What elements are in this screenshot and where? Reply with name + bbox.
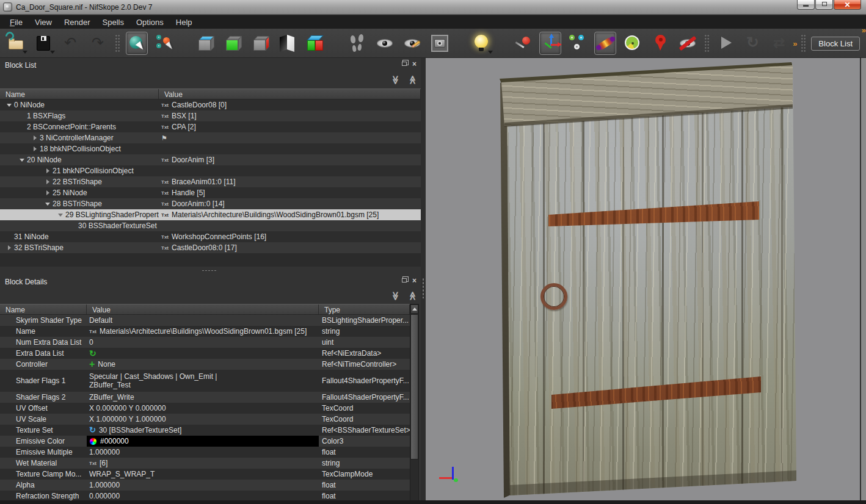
block-list-row[interactable]: 29 BSLightingShaderPropertyTxtMaterials\… bbox=[0, 209, 421, 220]
maximize-button[interactable] bbox=[815, 0, 833, 10]
block-list-toggle-button[interactable]: Block List bbox=[811, 37, 860, 51]
plane-twotone-button[interactable] bbox=[277, 32, 299, 55]
block-list-row[interactable]: 30 BSShaderTextureSet bbox=[0, 220, 421, 231]
block-list-row[interactable]: 1 BSXFlagsTxtBSX [1] bbox=[0, 110, 421, 121]
block-list-float-button[interactable] bbox=[400, 60, 408, 68]
block-list-row[interactable]: 2 BSConnectPoint::ParentsTxtCPA [2] bbox=[0, 121, 421, 132]
block-details-row[interactable]: Extra Data List↻Ref<NiExtraData> bbox=[0, 348, 410, 359]
expander-icon[interactable] bbox=[31, 135, 40, 141]
block-list-row[interactable]: 22 BSTriShapeTxtBraceAnim01:0 [11] bbox=[0, 176, 421, 187]
scroll-up-button[interactable] bbox=[410, 304, 418, 314]
block-details-row[interactable]: Skyrim Shader TypeDefaultBSLightingShade… bbox=[0, 315, 410, 326]
show-eye-button[interactable] bbox=[374, 32, 396, 55]
door-mesh[interactable] bbox=[426, 58, 860, 500]
block-list-row[interactable]: 25 NiNodeTxtHandle [5] bbox=[0, 187, 421, 198]
block-list-row[interactable]: 28 BSTriShapeTxtDoorAnim:0 [14] bbox=[0, 198, 421, 209]
toolbar-overflow-icon[interactable]: » bbox=[793, 39, 796, 48]
dock-viewport-splitter[interactable] bbox=[421, 58, 426, 500]
open-button[interactable] bbox=[5, 32, 27, 55]
column-header-name[interactable]: Name bbox=[0, 304, 87, 314]
column-header-value[interactable]: Value bbox=[159, 89, 421, 99]
column-header-name[interactable]: Name bbox=[0, 89, 159, 99]
screenshot-camera-button[interactable] bbox=[429, 32, 451, 55]
block-details-close-button[interactable]: × bbox=[410, 276, 418, 284]
detail-value[interactable]: X 0.000000 Y 0.000000 bbox=[87, 404, 319, 412]
expander-icon[interactable] bbox=[31, 146, 40, 152]
close-button[interactable]: ✕ bbox=[834, 0, 861, 10]
detail-value[interactable]: X 1.000000 Y 1.000000 bbox=[87, 415, 319, 423]
expander-icon[interactable] bbox=[5, 245, 14, 251]
block-details-row[interactable]: Texture Set↻30 [BSShaderTextureSet]Ref<B… bbox=[0, 425, 410, 436]
block-details-row[interactable]: Controller+NoneRef<NiTimeController> bbox=[0, 359, 410, 370]
cube-blue-button[interactable] bbox=[195, 32, 217, 55]
block-list-row[interactable]: 20 NiNodeTxtDoorAnim [3] bbox=[0, 154, 421, 165]
3d-viewport[interactable] bbox=[426, 58, 860, 500]
detail-value[interactable]: ↻ bbox=[87, 350, 319, 357]
title-bar[interactable]: Ca_Door_Square.nif - NifSkope 2.0 Dev 7 … bbox=[0, 0, 866, 15]
block-details-row[interactable]: Texture Clamp Mo...WRAP_S_WRAP_TTexClamp… bbox=[0, 469, 410, 480]
detail-value[interactable]: ↻30 [BSShaderTextureSet] bbox=[87, 426, 319, 434]
block-details-row[interactable]: NameTxtMaterials\Architecture\Buildings\… bbox=[0, 326, 410, 337]
block-details-row[interactable]: UV ScaleX 1.000000 Y 1.000000TexCoord bbox=[0, 414, 410, 425]
block-details-row[interactable]: Shader Flags 2ZBuffer_WriteFallout4Shade… bbox=[0, 392, 410, 403]
save-button[interactable] bbox=[32, 32, 54, 55]
light-bulb-button[interactable] bbox=[470, 32, 492, 55]
scrollbar-thumb[interactable] bbox=[410, 314, 418, 459]
hide-eye-button[interactable] bbox=[677, 32, 699, 55]
collapse-all-icon[interactable]: ≫ bbox=[391, 76, 401, 85]
dock-overflow-icon[interactable]: » bbox=[862, 26, 865, 35]
dropdown-caret-icon[interactable] bbox=[50, 51, 55, 54]
vertex-select-button[interactable] bbox=[153, 32, 175, 55]
block-details-row[interactable]: Wet MaterialTxt[6]string bbox=[0, 458, 410, 469]
menu-render[interactable]: Render bbox=[58, 16, 96, 28]
detail-value[interactable]: 1.000000 bbox=[87, 481, 319, 489]
block-list-row[interactable]: 21 bhkNPCollisionObject bbox=[0, 165, 421, 176]
detail-value[interactable]: ZBuffer_Write bbox=[87, 393, 319, 401]
menu-view[interactable]: View bbox=[29, 16, 58, 28]
pie-circle-button[interactable] bbox=[622, 32, 644, 55]
menu-help[interactable]: Help bbox=[170, 16, 198, 28]
expander-icon[interactable] bbox=[18, 157, 27, 163]
expander-icon[interactable] bbox=[44, 190, 53, 196]
collapse-all-icon[interactable]: ≫ bbox=[391, 292, 401, 301]
block-list-row[interactable]: 31 NiNodeTxtWorkshopConnectPoints [16] bbox=[0, 231, 421, 242]
block-details-scrollbar[interactable] bbox=[410, 304, 419, 504]
block-list-close-button[interactable]: × bbox=[410, 60, 418, 68]
edit-eye-button[interactable] bbox=[401, 32, 423, 55]
block-details-row[interactable]: Shader Flags 1Specular | Cast_Shadows | … bbox=[0, 370, 410, 392]
detail-value[interactable]: 1.000000 bbox=[87, 448, 319, 456]
block-details-float-button[interactable] bbox=[400, 276, 408, 284]
pin-button[interactable] bbox=[512, 32, 534, 55]
block-details-row[interactable]: Emissive Multiple1.000000float bbox=[0, 447, 410, 458]
dropdown-caret-icon[interactable] bbox=[488, 51, 493, 54]
detail-value[interactable]: #000000 bbox=[87, 436, 319, 447]
block-list-row[interactable]: 0 NiNodeTxtCastleDoor08 [0] bbox=[0, 99, 421, 110]
cube-green-button[interactable] bbox=[222, 32, 244, 55]
select-sphere-button[interactable] bbox=[126, 32, 148, 55]
menu-file[interactable]: File bbox=[4, 16, 29, 28]
location-pin-button[interactable] bbox=[649, 32, 671, 55]
menu-spells[interactable]: Spells bbox=[96, 16, 130, 28]
expander-icon[interactable] bbox=[44, 168, 53, 174]
block-list-row[interactable]: 32 BSTriShapeTxtCastleDoor08:0 [17] bbox=[0, 242, 421, 253]
detail-value[interactable]: Default bbox=[87, 316, 319, 325]
detail-value[interactable]: +None bbox=[87, 360, 319, 369]
expander-icon[interactable] bbox=[44, 179, 53, 185]
menu-options[interactable]: Options bbox=[130, 16, 170, 28]
cube-red-button[interactable] bbox=[250, 32, 272, 55]
play-button[interactable] bbox=[715, 32, 737, 55]
expander-icon[interactable] bbox=[44, 201, 53, 207]
transform-axes-button[interactable] bbox=[539, 32, 561, 55]
bone-nodes-button[interactable] bbox=[567, 32, 589, 55]
detail-value[interactable]: 0 bbox=[87, 338, 319, 347]
detail-value[interactable]: Txt[6] bbox=[87, 459, 319, 467]
rgb-cube-button[interactable] bbox=[305, 32, 327, 55]
bone-gradient-button[interactable] bbox=[594, 32, 616, 55]
expand-all-icon[interactable]: ≫ bbox=[408, 76, 418, 85]
block-details-row[interactable]: Emissive Color#000000Color3 bbox=[0, 436, 410, 447]
column-header-type[interactable]: Type bbox=[319, 304, 410, 314]
detail-value[interactable]: Specular | Cast_Shadows | Own_Emit | ZBu… bbox=[87, 372, 319, 389]
expand-all-icon[interactable]: ≫ bbox=[408, 292, 418, 301]
block-details-row[interactable]: Alpha1.000000float bbox=[0, 480, 410, 491]
detail-value[interactable]: TxtMaterials\Architecture\Buildings\Wood… bbox=[87, 327, 319, 336]
